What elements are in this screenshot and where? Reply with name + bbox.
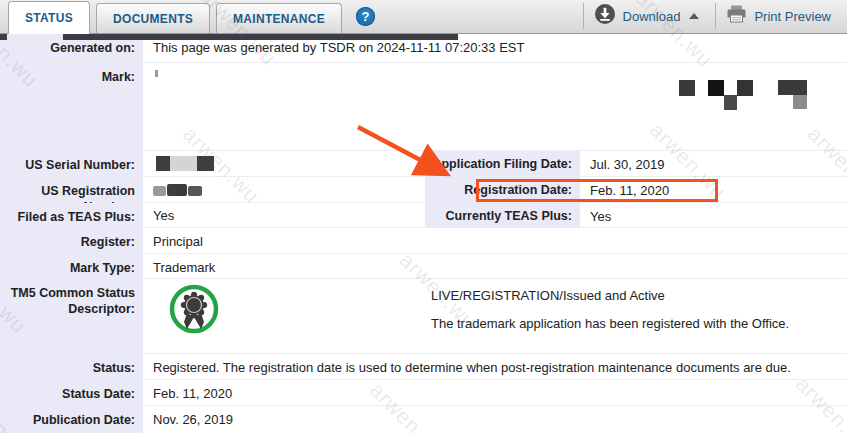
redacted-registration-number xyxy=(153,184,202,196)
row-mark-type: Mark Type: Trademark xyxy=(0,254,847,279)
print-preview-label: Print Preview xyxy=(754,9,831,24)
row-serial-filing: US Serial Number: Application Filing Dat… xyxy=(0,151,847,177)
printer-icon xyxy=(726,5,747,27)
serial-number-label: US Serial Number: xyxy=(0,151,143,176)
row-register: Register: Principal xyxy=(0,228,847,254)
row-status: Status: Registered. The registration dat… xyxy=(0,354,847,380)
redaction-block xyxy=(679,80,695,96)
redaction-block xyxy=(724,95,737,110)
publication-date-value: Nov. 26, 2019 xyxy=(143,406,847,433)
registration-date-label: Registration Date: xyxy=(425,177,580,202)
status-value: Registered. The registration date is use… xyxy=(143,354,847,379)
registration-number-label: US Registration Number: xyxy=(0,177,143,202)
tm5-descriptor-value: LIVE/REGISTRATION/Issued and Active The … xyxy=(143,279,847,353)
download-label: Download xyxy=(623,9,681,24)
filing-date-label: Application Filing Date: xyxy=(425,151,580,176)
tm5-status-text: LIVE/REGISTRATION/Issued and Active The … xyxy=(431,284,789,331)
redaction-block xyxy=(708,80,724,96)
tab-maintenance[interactable]: MAINTENANCE xyxy=(216,3,342,33)
row-regnum-regdate: US Registration Number: Registration Dat… xyxy=(0,177,847,203)
publication-date-label: Publication Date: xyxy=(0,406,143,433)
collapse-caret-icon[interactable] xyxy=(689,13,699,19)
row-publication-date: Publication Date: Nov. 26, 2019 xyxy=(0,406,847,433)
redaction-mark xyxy=(155,70,158,77)
tab-bar: STATUS DOCUMENTS MAINTENANCE ? Download xyxy=(0,0,847,34)
redaction-block xyxy=(737,80,753,96)
redaction-block xyxy=(778,80,807,95)
download-icon xyxy=(594,3,616,29)
row-status-date: Status Date: Feb. 11, 2020 xyxy=(0,380,847,406)
registration-date-value: Feb. 11, 2020 xyxy=(580,177,847,202)
redacted-mark-image xyxy=(0,80,847,114)
toolbar-right: Download Print Preview xyxy=(573,0,847,34)
redaction-block xyxy=(793,95,807,109)
status-panel: Generated on: This page was generated by… xyxy=(0,34,847,433)
tab-status[interactable]: STATUS xyxy=(8,1,90,34)
filing-date-value: Jul. 30, 2019 xyxy=(580,151,847,176)
tab-group: STATUS DOCUMENTS MAINTENANCE xyxy=(8,0,348,33)
register-label: Register: xyxy=(0,228,143,253)
tm5-status-detail: The trademark application has been regis… xyxy=(431,316,789,331)
section-divider-notch xyxy=(0,34,7,40)
mark-type-label: Mark Type: xyxy=(0,254,143,278)
filed-teas-plus-value: Yes xyxy=(143,203,425,227)
tm5-live-badge-icon xyxy=(169,284,219,339)
filed-teas-plus-label: Filed as TEAS Plus: xyxy=(0,203,143,227)
toolbar-divider xyxy=(583,3,584,29)
row-teas: Filed as TEAS Plus: Yes Currently TEAS P… xyxy=(0,203,847,228)
toolbar-divider xyxy=(715,3,716,29)
print-preview-button[interactable]: Print Preview xyxy=(726,5,837,29)
currently-teas-plus-label: Currently TEAS Plus: xyxy=(425,203,580,227)
tab-documents[interactable]: DOCUMENTS xyxy=(96,3,210,33)
status-label: Status: xyxy=(0,354,143,379)
status-date-label: Status Date: xyxy=(0,380,143,405)
mark-type-value: Trademark xyxy=(143,254,847,278)
registration-number-value xyxy=(143,177,425,202)
currently-teas-plus-value: Yes xyxy=(580,203,847,227)
tm5-descriptor-label: TM5 Common Status Descriptor: xyxy=(0,279,143,353)
redacted-serial-number xyxy=(156,156,214,171)
help-icon[interactable]: ? xyxy=(356,7,375,26)
serial-number-value xyxy=(143,151,425,176)
download-button[interactable]: Download xyxy=(594,3,706,31)
status-date-value: Feb. 11, 2020 xyxy=(143,380,847,405)
tm5-status-line: LIVE/REGISTRATION/Issued and Active xyxy=(431,288,789,303)
row-tm5: TM5 Common Status Descriptor: xyxy=(0,279,847,354)
register-value: Principal xyxy=(143,228,847,253)
section-divider-bar xyxy=(63,34,458,40)
